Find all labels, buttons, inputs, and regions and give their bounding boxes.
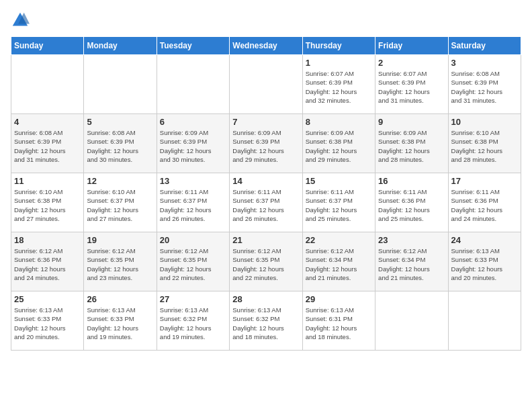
day-number: 11 bbox=[14, 176, 81, 186]
day-info: Sunrise: 6:12 AMSunset: 6:35 PMDaylight:… bbox=[232, 246, 299, 282]
day-info: Sunrise: 6:09 AMSunset: 6:39 PMDaylight:… bbox=[160, 128, 226, 164]
day-info: Sunrise: 6:07 AMSunset: 6:39 PMDaylight:… bbox=[378, 69, 445, 105]
logo bbox=[11, 11, 32, 30]
day-info: Sunrise: 6:13 AMSunset: 6:31 PMDaylight:… bbox=[306, 306, 372, 341]
day-number: 22 bbox=[306, 235, 372, 245]
day-number: 14 bbox=[232, 176, 299, 186]
calendar-cell: 14Sunrise: 6:11 AMSunset: 6:37 PMDayligh… bbox=[230, 173, 302, 232]
day-info: Sunrise: 6:09 AMSunset: 6:38 PMDaylight:… bbox=[306, 128, 372, 164]
day-number: 3 bbox=[451, 58, 518, 68]
day-info: Sunrise: 6:11 AMSunset: 6:36 PMDaylight:… bbox=[378, 187, 445, 223]
day-number: 28 bbox=[232, 294, 299, 304]
calendar-cell: 21Sunrise: 6:12 AMSunset: 6:35 PMDayligh… bbox=[230, 232, 302, 291]
day-number: 26 bbox=[87, 294, 153, 304]
day-info: Sunrise: 6:12 AMSunset: 6:36 PMDaylight:… bbox=[14, 246, 81, 282]
page-header bbox=[11, 11, 521, 30]
day-number: 5 bbox=[87, 117, 153, 127]
calendar-cell: 9Sunrise: 6:09 AMSunset: 6:38 PMDaylight… bbox=[375, 114, 448, 173]
calendar-cell bbox=[11, 55, 84, 114]
day-info: Sunrise: 6:13 AMSunset: 6:33 PMDaylight:… bbox=[87, 306, 153, 341]
calendar-cell: 6Sunrise: 6:09 AMSunset: 6:39 PMDaylight… bbox=[157, 114, 229, 173]
calendar-cell: 16Sunrise: 6:11 AMSunset: 6:36 PMDayligh… bbox=[375, 173, 448, 232]
day-info: Sunrise: 6:10 AMSunset: 6:37 PMDaylight:… bbox=[87, 187, 153, 223]
day-info: Sunrise: 6:12 AMSunset: 6:35 PMDaylight:… bbox=[87, 246, 153, 282]
calendar-cell: 18Sunrise: 6:12 AMSunset: 6:36 PMDayligh… bbox=[11, 232, 84, 291]
day-number: 19 bbox=[87, 235, 153, 245]
calendar-cell: 8Sunrise: 6:09 AMSunset: 6:38 PMDaylight… bbox=[302, 114, 375, 173]
day-info: Sunrise: 6:09 AMSunset: 6:39 PMDaylight:… bbox=[232, 128, 299, 164]
day-info: Sunrise: 6:08 AMSunset: 6:39 PMDaylight:… bbox=[14, 128, 81, 164]
day-number: 7 bbox=[232, 117, 299, 127]
day-number: 13 bbox=[160, 176, 226, 186]
day-number: 1 bbox=[306, 58, 372, 68]
day-number: 18 bbox=[14, 235, 81, 245]
calendar-cell: 17Sunrise: 6:11 AMSunset: 6:36 PMDayligh… bbox=[448, 173, 521, 232]
day-number: 20 bbox=[160, 235, 226, 245]
day-info: Sunrise: 6:09 AMSunset: 6:38 PMDaylight:… bbox=[378, 128, 445, 164]
day-info: Sunrise: 6:11 AMSunset: 6:37 PMDaylight:… bbox=[306, 187, 372, 223]
calendar-cell: 5Sunrise: 6:08 AMSunset: 6:39 PMDaylight… bbox=[84, 114, 157, 173]
calendar-cell: 25Sunrise: 6:13 AMSunset: 6:33 PMDayligh… bbox=[11, 291, 84, 351]
column-header-sunday: Sunday bbox=[11, 37, 84, 55]
calendar-cell: 24Sunrise: 6:13 AMSunset: 6:33 PMDayligh… bbox=[448, 232, 521, 291]
calendar-table: SundayMondayTuesdayWednesdayThursdayFrid… bbox=[11, 36, 521, 351]
day-number: 16 bbox=[378, 176, 445, 186]
day-info: Sunrise: 6:13 AMSunset: 6:32 PMDaylight:… bbox=[160, 306, 226, 341]
calendar-cell: 13Sunrise: 6:11 AMSunset: 6:37 PMDayligh… bbox=[157, 173, 229, 232]
day-info: Sunrise: 6:07 AMSunset: 6:39 PMDaylight:… bbox=[306, 69, 372, 105]
day-number: 6 bbox=[160, 117, 226, 127]
day-info: Sunrise: 6:12 AMSunset: 6:34 PMDaylight:… bbox=[378, 246, 445, 282]
day-info: Sunrise: 6:12 AMSunset: 6:34 PMDaylight:… bbox=[306, 246, 372, 282]
column-header-friday: Friday bbox=[375, 37, 448, 55]
calendar-cell bbox=[448, 291, 521, 351]
day-number: 23 bbox=[378, 235, 445, 245]
calendar-cell: 28Sunrise: 6:13 AMSunset: 6:32 PMDayligh… bbox=[230, 291, 302, 351]
calendar-cell: 2Sunrise: 6:07 AMSunset: 6:39 PMDaylight… bbox=[375, 55, 448, 114]
day-number: 10 bbox=[451, 117, 518, 127]
calendar-cell: 26Sunrise: 6:13 AMSunset: 6:33 PMDayligh… bbox=[84, 291, 157, 351]
day-info: Sunrise: 6:08 AMSunset: 6:39 PMDaylight:… bbox=[87, 128, 153, 164]
day-number: 9 bbox=[378, 117, 445, 127]
calendar-cell: 12Sunrise: 6:10 AMSunset: 6:37 PMDayligh… bbox=[84, 173, 157, 232]
column-header-wednesday: Wednesday bbox=[230, 37, 302, 55]
day-info: Sunrise: 6:13 AMSunset: 6:33 PMDaylight:… bbox=[451, 246, 518, 282]
day-number: 24 bbox=[451, 235, 518, 245]
day-number: 27 bbox=[160, 294, 226, 304]
day-info: Sunrise: 6:11 AMSunset: 6:37 PMDaylight:… bbox=[160, 187, 226, 223]
day-number: 29 bbox=[306, 294, 372, 304]
day-info: Sunrise: 6:12 AMSunset: 6:35 PMDaylight:… bbox=[160, 246, 226, 282]
calendar-cell: 10Sunrise: 6:10 AMSunset: 6:38 PMDayligh… bbox=[448, 114, 521, 173]
calendar-cell: 23Sunrise: 6:12 AMSunset: 6:34 PMDayligh… bbox=[375, 232, 448, 291]
day-number: 17 bbox=[451, 176, 518, 186]
column-header-tuesday: Tuesday bbox=[157, 37, 229, 55]
day-number: 12 bbox=[87, 176, 153, 186]
calendar-cell: 22Sunrise: 6:12 AMSunset: 6:34 PMDayligh… bbox=[302, 232, 375, 291]
column-header-monday: Monday bbox=[84, 37, 157, 55]
calendar-cell bbox=[375, 291, 448, 351]
day-info: Sunrise: 6:13 AMSunset: 6:33 PMDaylight:… bbox=[14, 306, 81, 341]
day-info: Sunrise: 6:11 AMSunset: 6:36 PMDaylight:… bbox=[451, 187, 518, 223]
day-number: 4 bbox=[14, 117, 81, 127]
calendar-cell: 3Sunrise: 6:08 AMSunset: 6:39 PMDaylight… bbox=[448, 55, 521, 114]
day-number: 15 bbox=[306, 176, 372, 186]
calendar-cell: 7Sunrise: 6:09 AMSunset: 6:39 PMDaylight… bbox=[230, 114, 302, 173]
day-number: 2 bbox=[378, 58, 445, 68]
calendar-cell: 20Sunrise: 6:12 AMSunset: 6:35 PMDayligh… bbox=[157, 232, 229, 291]
calendar-cell: 19Sunrise: 6:12 AMSunset: 6:35 PMDayligh… bbox=[84, 232, 157, 291]
column-header-saturday: Saturday bbox=[448, 37, 521, 55]
calendar-cell bbox=[230, 55, 302, 114]
calendar-cell: 27Sunrise: 6:13 AMSunset: 6:32 PMDayligh… bbox=[157, 291, 229, 351]
day-info: Sunrise: 6:10 AMSunset: 6:38 PMDaylight:… bbox=[14, 187, 81, 223]
day-info: Sunrise: 6:08 AMSunset: 6:39 PMDaylight:… bbox=[451, 69, 518, 105]
calendar-cell bbox=[157, 55, 229, 114]
calendar-cell: 15Sunrise: 6:11 AMSunset: 6:37 PMDayligh… bbox=[302, 173, 375, 232]
calendar-cell: 29Sunrise: 6:13 AMSunset: 6:31 PMDayligh… bbox=[302, 291, 375, 351]
day-number: 21 bbox=[232, 235, 299, 245]
day-info: Sunrise: 6:11 AMSunset: 6:37 PMDaylight:… bbox=[232, 187, 299, 223]
day-info: Sunrise: 6:10 AMSunset: 6:38 PMDaylight:… bbox=[451, 128, 518, 164]
calendar-cell: 1Sunrise: 6:07 AMSunset: 6:39 PMDaylight… bbox=[302, 55, 375, 114]
column-header-thursday: Thursday bbox=[302, 37, 375, 55]
calendar-cell: 4Sunrise: 6:08 AMSunset: 6:39 PMDaylight… bbox=[11, 114, 84, 173]
day-number: 25 bbox=[14, 294, 81, 304]
day-info: Sunrise: 6:13 AMSunset: 6:32 PMDaylight:… bbox=[232, 306, 299, 341]
